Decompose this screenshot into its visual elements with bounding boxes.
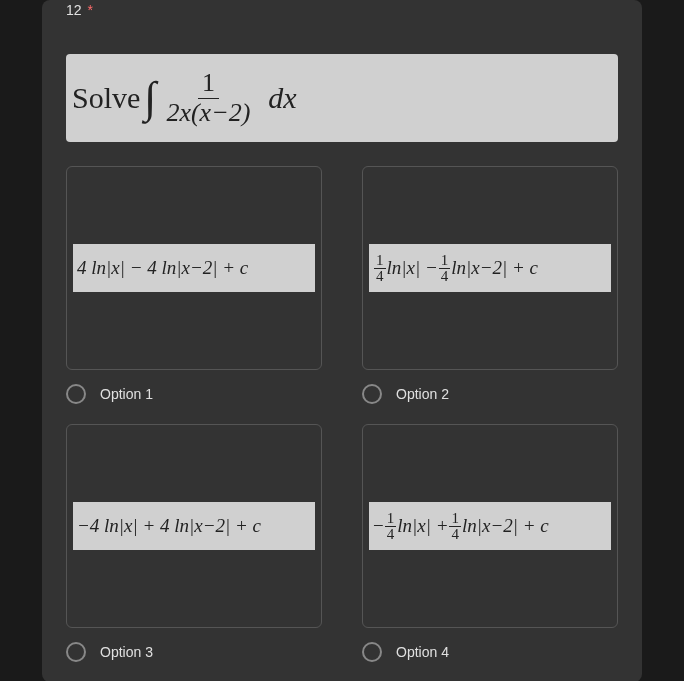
- radio-option-4[interactable]: Option 4: [362, 642, 618, 662]
- option-cell-4: − 1 4 ln|x| + 1 4 ln|x−2| + c Option 4: [362, 424, 618, 662]
- integral-expression: Solve ∫ 1 2x(x−2) dx: [72, 69, 297, 127]
- tail-2: ln|x−2| + c: [451, 257, 538, 279]
- frac-4a: 1 4: [385, 511, 397, 542]
- question-header: 12 *: [66, 0, 618, 18]
- formula-3: −4 ln|x| + 4 ln|x−2| + c: [73, 502, 315, 550]
- radio-option-2[interactable]: Option 2: [362, 384, 618, 404]
- formula-1: 4 ln|x| − 4 ln|x−2| + c: [73, 244, 315, 292]
- radio-circle-icon: [362, 642, 382, 662]
- option-cell-1: 4 ln|x| − 4 ln|x−2| + c Option 1: [66, 166, 322, 404]
- option-image-2[interactable]: 1 4 ln|x| − 1 4 ln|x−2| + c: [362, 166, 618, 370]
- dx-suffix: dx: [268, 81, 296, 115]
- option-cell-3: −4 ln|x| + 4 ln|x−2| + c Option 3: [66, 424, 322, 662]
- tail-4: ln|x−2| + c: [462, 515, 549, 537]
- radio-label-4: Option 4: [396, 644, 449, 660]
- question-card: 12 * Solve ∫ 1 2x(x−2) dx 4 ln|x| − 4 ln…: [42, 0, 642, 681]
- prompt-prefix: Solve: [72, 81, 140, 115]
- formula-2: 1 4 ln|x| − 1 4 ln|x−2| + c: [369, 244, 611, 292]
- radio-circle-icon: [362, 384, 382, 404]
- formula-4: − 1 4 ln|x| + 1 4 ln|x−2| + c: [369, 502, 611, 550]
- option-image-1[interactable]: 4 ln|x| − 4 ln|x−2| + c: [66, 166, 322, 370]
- radio-label-3: Option 3: [100, 644, 153, 660]
- mid-4: ln|x| +: [397, 515, 448, 537]
- radio-circle-icon: [66, 642, 86, 662]
- options-grid: 4 ln|x| − 4 ln|x−2| + c Option 1 1 4 ln|…: [66, 166, 618, 662]
- radio-option-1[interactable]: Option 1: [66, 384, 322, 404]
- mid-2: ln|x| −: [387, 257, 438, 279]
- fraction-numerator: 1: [198, 69, 219, 99]
- radio-label-1: Option 1: [100, 386, 153, 402]
- frac-2b: 1 4: [439, 253, 451, 284]
- option-image-4[interactable]: − 1 4 ln|x| + 1 4 ln|x−2| + c: [362, 424, 618, 628]
- question-number: 12: [66, 2, 82, 18]
- integral-fraction: 1 2x(x−2): [162, 69, 254, 127]
- formula-text-1: 4 ln|x| − 4 ln|x−2| + c: [77, 257, 248, 279]
- option-image-3[interactable]: −4 ln|x| + 4 ln|x−2| + c: [66, 424, 322, 628]
- frac-4b: 1 4: [449, 511, 461, 542]
- radio-label-2: Option 2: [396, 386, 449, 402]
- radio-circle-icon: [66, 384, 86, 404]
- radio-option-3[interactable]: Option 3: [66, 642, 322, 662]
- option-cell-2: 1 4 ln|x| − 1 4 ln|x−2| + c Option 2: [362, 166, 618, 404]
- sign-4a: −: [373, 515, 384, 537]
- question-prompt-image: Solve ∫ 1 2x(x−2) dx: [66, 54, 618, 142]
- integral-sign: ∫: [144, 76, 156, 120]
- formula-text-3: −4 ln|x| + 4 ln|x−2| + c: [77, 515, 261, 537]
- fraction-denominator: 2x(x−2): [162, 99, 254, 128]
- required-asterisk: *: [88, 2, 93, 18]
- frac-2a: 1 4: [374, 253, 386, 284]
